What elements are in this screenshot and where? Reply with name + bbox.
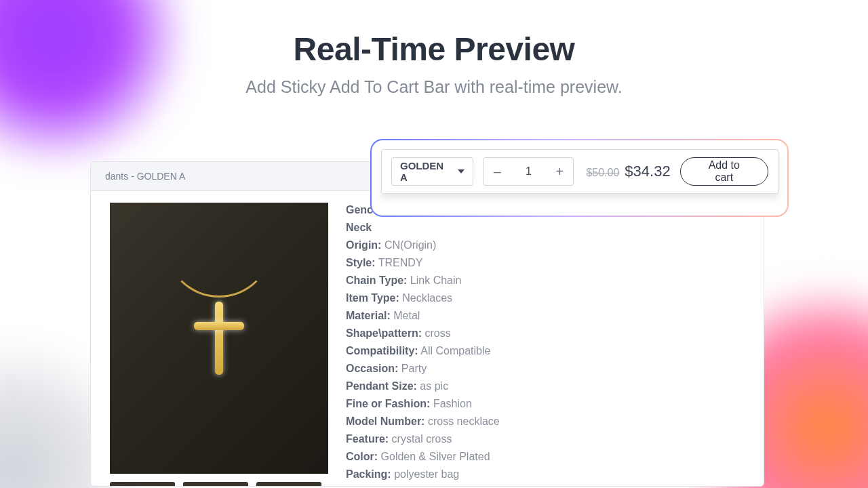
attribute-row: Material: Metal [346, 310, 505, 322]
thumbnail[interactable] [256, 482, 321, 487]
sticky-add-to-cart-bar: GOLDEN A – 1 + $50.00 $34.32 Add to cart [381, 149, 778, 194]
add-to-cart-button[interactable]: Add to cart [680, 157, 768, 186]
hero: Real-Time Preview Add Sticky Add To Cart… [0, 30, 868, 97]
attribute-value: CN(Origin) [384, 239, 436, 251]
attribute-key: Genc [346, 204, 373, 216]
attribute-key: Compatibility: [346, 345, 418, 357]
attribute-value: Necklaces [402, 292, 452, 304]
breadcrumb-text: dants - GOLDEN A [105, 171, 185, 182]
attribute-key: Neck [346, 222, 372, 233]
attribute-value: Metal [393, 310, 420, 321]
cross-pendant-graphic [194, 302, 244, 375]
attribute-key: Packing: [346, 468, 391, 480]
attribute-row: Neck [346, 222, 505, 234]
attribute-row: Packing: polyester bag [346, 468, 505, 481]
product-attributes: Genc Neck Origin: CN(Origin)Style: TREND… [346, 204, 505, 487]
attribute-value: polyester bag [394, 468, 459, 480]
thumbnail[interactable] [183, 482, 248, 487]
attribute-key: Item Type: [346, 292, 399, 304]
attribute-key: Fine or Fashion: [346, 398, 430, 409]
attribute-row: Fine or Fashion: Fashion [346, 398, 505, 410]
attribute-row: Item Type: Necklaces [346, 292, 505, 304]
compare-at-price: $50.00 [586, 167, 619, 179]
attribute-key: Chain Type: [346, 274, 407, 286]
attribute-value: women men necklace [399, 486, 505, 487]
attribute-key: Shape\pattern: [346, 327, 422, 339]
price-block: $50.00 $34.32 [586, 163, 670, 180]
attribute-value: crystal cross [392, 433, 452, 445]
sale-price: $34.32 [625, 163, 670, 180]
attribute-value: cross [425, 327, 450, 339]
variant-select[interactable]: GOLDEN A [391, 157, 473, 186]
qty-plus-button[interactable]: + [546, 158, 573, 185]
attribute-row: Chain Type: Link Chain [346, 274, 505, 287]
page-subtitle: Add Sticky Add To Cart Bar with real-tim… [0, 77, 868, 97]
attribute-key: Feature: [346, 433, 389, 445]
qty-minus-button[interactable]: – [484, 158, 511, 185]
attribute-row: Shape\pattern: cross [346, 327, 505, 340]
attribute-key: Pendant Size: [346, 380, 417, 392]
necklace-chain-graphic [165, 203, 273, 298]
attribute-key: Model Number: [346, 415, 425, 427]
attribute-row: Compatibility: All Compatible [346, 345, 505, 357]
attribute-row: Necklace: women men necklace [346, 486, 505, 487]
product-thumbnails [110, 482, 321, 487]
attribute-value: Link Chain [410, 274, 462, 286]
thumbnail[interactable] [110, 482, 175, 487]
product-image [110, 203, 328, 474]
attribute-key: Color: [346, 451, 378, 462]
attribute-value: Fashion [433, 398, 472, 409]
attribute-row: Pendant Size: as pic [346, 380, 505, 392]
attribute-key: Material: [346, 310, 391, 321]
attribute-key: Occasion: [346, 363, 398, 374]
attribute-value: Golden & Silver Plated [381, 451, 490, 462]
page-title: Real-Time Preview [0, 30, 868, 68]
attribute-value: Party [401, 363, 427, 374]
attribute-row: Occasion: Party [346, 363, 505, 375]
attribute-row: Origin: CN(Origin) [346, 239, 505, 251]
attribute-value: All Compatible [420, 345, 490, 357]
attribute-row: Feature: crystal cross [346, 433, 505, 445]
quantity-stepper: – 1 + [483, 157, 574, 186]
attribute-row: Style: TRENDY [346, 257, 505, 269]
attribute-row: Model Number: cross necklace [346, 415, 505, 428]
attribute-value: TRENDY [378, 257, 423, 268]
attribute-key: Style: [346, 257, 376, 268]
attribute-value: as pic [420, 380, 448, 392]
attribute-key: Necklace: [346, 486, 397, 487]
chevron-down-icon [458, 169, 465, 174]
qty-value: 1 [511, 165, 546, 178]
attribute-value: cross necklace [428, 415, 500, 427]
attribute-row: Color: Golden & Silver Plated [346, 451, 505, 463]
variant-select-label: GOLDEN A [400, 160, 452, 183]
attribute-key: Origin: [346, 239, 381, 251]
